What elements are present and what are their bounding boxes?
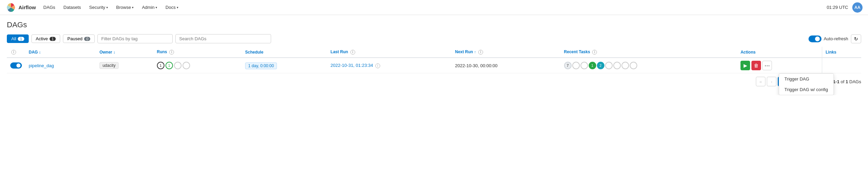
nav-security[interactable]: Security ▾ <box>86 3 111 11</box>
tab-paused-badge: 0 <box>84 37 90 41</box>
recent-tasks-info-icon[interactable]: i <box>592 50 597 55</box>
dag-actions-dropdown: Trigger DAG Trigger DAG w/ config <box>779 73 834 95</box>
schedule-cell: 1 day, 0:00:00 <box>242 58 327 73</box>
utc-time: 01:29 UTC <box>827 5 848 10</box>
delete-dag-button[interactable]: 🗑 <box>751 61 761 70</box>
tab-active-badge: 1 <box>50 37 56 41</box>
table-row: pipeline_dag udacity 1 1 <box>7 58 861 73</box>
dag-sort-icon: ↕ <box>39 50 41 54</box>
runs-group: 1 1 <box>157 62 238 69</box>
col-header-checkbox: i <box>7 47 25 58</box>
brand-label: Airflow <box>18 4 36 10</box>
col-header-owner[interactable]: Owner ↕ <box>96 47 153 58</box>
runs-cell: 1 1 <box>153 58 242 73</box>
task-circle-empty5[interactable] <box>622 62 629 69</box>
col-header-last-run: Last Run i <box>327 47 452 58</box>
last-run-info-icon[interactable]: i <box>350 50 355 55</box>
col-header-recent-tasks: Recent Tasks i <box>561 47 737 58</box>
filter-bar: All 1 Active 1 Paused 0 Auto-refresh ↻ <box>7 34 861 43</box>
auto-refresh-toggle[interactable] <box>809 35 822 42</box>
next-run-info-icon[interactable]: i <box>478 50 483 55</box>
task-circle-empty2[interactable] <box>580 62 588 69</box>
task-circle-empty4[interactable] <box>613 62 621 69</box>
brand[interactable]: Airflow <box>5 2 36 13</box>
last-run-link[interactable]: 2022-10-31, 01:23:34 <box>331 63 373 68</box>
actions-cell: ▶ 🗑 ⋯ <box>737 58 822 73</box>
runs-info-icon[interactable]: i <box>169 50 174 55</box>
run-circle-empty1[interactable] <box>174 62 182 69</box>
trigger-dag-button[interactable]: ▶ <box>740 61 750 70</box>
col-header-actions: Actions <box>737 47 822 58</box>
nav-browse[interactable]: Browse ▾ <box>113 3 137 11</box>
navbar-right: 01:29 UTC AA <box>827 2 863 13</box>
nav-datasets[interactable]: Datasets <box>60 3 84 11</box>
header-info-icon[interactable]: i <box>11 50 16 55</box>
pagination-bar: « ‹ 1 › » Showing 1-1 of 1 DAGs <box>7 73 861 90</box>
more-actions-button[interactable]: ⋯ <box>762 61 772 70</box>
task-circle-empty3[interactable] <box>605 62 613 69</box>
dag-name-link[interactable]: pipeline_dag <box>29 63 54 68</box>
owner-badge: udacity <box>99 62 119 69</box>
filter-bar-right: Auto-refresh ↻ <box>809 34 861 43</box>
nav-admin[interactable]: Admin ▾ <box>138 3 161 11</box>
tab-all-badge: 1 <box>18 37 24 41</box>
nav-docs[interactable]: Docs ▾ <box>162 3 182 11</box>
dag-name-cell: pipeline_dag <box>25 58 96 73</box>
recent-tasks-cell: 7 1 2 <box>561 58 737 73</box>
next-run-value: 2022-10-30, 00:00:00 <box>455 63 497 68</box>
refresh-button[interactable]: ↻ <box>851 34 861 43</box>
airflow-logo-icon <box>5 2 16 13</box>
col-header-schedule: Schedule <box>242 47 327 58</box>
recent-tasks-group: 7 1 2 <box>564 62 734 69</box>
task-circle-empty1[interactable] <box>572 62 580 69</box>
task-circle-light[interactable]: 7 <box>564 62 572 69</box>
filter-tags-input[interactable] <box>97 34 173 43</box>
page-prev-button[interactable]: ‹ <box>767 77 776 86</box>
avatar[interactable]: AA <box>852 2 863 13</box>
last-run-cell: 2022-10-31, 01:23:34 i <box>327 58 452 73</box>
tab-paused[interactable]: Paused 0 <box>63 34 95 43</box>
links-cell <box>822 58 861 73</box>
task-circle-green[interactable]: 1 <box>589 62 596 69</box>
table-wrap: i DAG ↕ Owner ↕ Runs i Sch <box>7 47 861 73</box>
actions-group: ▶ 🗑 ⋯ <box>740 61 818 70</box>
nav-dags[interactable]: DAGs <box>40 3 59 11</box>
docs-dropdown-arrow-icon: ▾ <box>177 6 178 9</box>
col-header-dag[interactable]: DAG ↕ <box>25 47 96 58</box>
trigger-dag-config-menu-item[interactable]: Trigger DAG w/ config <box>779 84 833 95</box>
trigger-dag-menu-item[interactable]: Trigger DAG <box>779 74 833 84</box>
next-run-cell: 2022-10-30, 00:00:00 <box>452 58 561 73</box>
run-circle-green[interactable]: 1 <box>165 62 173 69</box>
search-input[interactable] <box>175 34 271 43</box>
security-dropdown-arrow-icon: ▾ <box>106 6 108 9</box>
navbar: Airflow DAGs Datasets Security ▾ Browse … <box>0 0 868 15</box>
schedule-badge[interactable]: 1 day, 0:00:00 <box>245 62 277 69</box>
tab-active[interactable]: Active 1 <box>31 34 61 43</box>
owner-sort-icon: ↕ <box>113 50 116 54</box>
dropdown-spacer-row: Trigger DAG Trigger DAG w/ config <box>7 73 861 74</box>
dropdown-container-cell: Trigger DAG Trigger DAG w/ config <box>7 73 861 74</box>
page-first-button[interactable]: « <box>756 77 765 86</box>
dag-toggle-slider <box>10 62 22 69</box>
admin-dropdown-arrow-icon: ▾ <box>156 6 157 9</box>
tab-all[interactable]: All 1 <box>7 34 29 43</box>
task-circle-empty6[interactable] <box>630 62 637 69</box>
task-circle-teal[interactable]: 2 <box>597 62 604 69</box>
owner-cell: udacity <box>96 58 153 73</box>
dag-toggle[interactable] <box>10 62 22 69</box>
run-circle-dark[interactable]: 1 <box>157 62 164 69</box>
auto-refresh-slider <box>809 35 822 42</box>
table-header-row: i DAG ↕ Owner ↕ Runs i Sch <box>7 47 861 58</box>
next-run-sort-icon: ↑ <box>474 50 476 54</box>
auto-refresh-toggle-wrap: Auto-refresh <box>809 35 848 42</box>
col-header-links: Links <box>822 47 861 58</box>
col-header-runs: Runs i <box>153 47 242 58</box>
browse-dropdown-arrow-icon: ▾ <box>132 6 134 9</box>
last-run-row-info-icon[interactable]: i <box>375 63 380 68</box>
dag-table: i DAG ↕ Owner ↕ Runs i Sch <box>7 47 861 73</box>
main-content: DAGs All 1 Active 1 Paused 0 Auto-refres… <box>0 15 868 95</box>
run-circle-empty2[interactable] <box>183 62 190 69</box>
page-title: DAGs <box>7 20 861 29</box>
auto-refresh-label: Auto-refresh <box>824 36 848 41</box>
col-header-next-run[interactable]: Next Run ↑ i <box>452 47 561 58</box>
